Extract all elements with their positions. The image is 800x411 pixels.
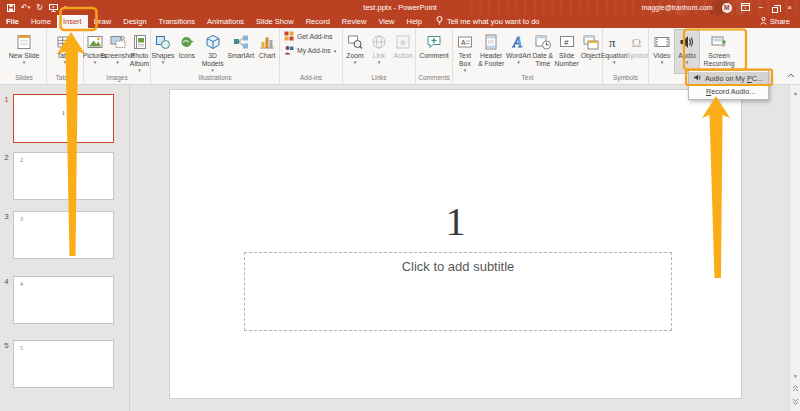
subtitle-placeholder-box[interactable]: Click to add subtitle [244,252,672,331]
tab-slide-show[interactable]: Slide Show [250,15,300,28]
menu-item-record-audio[interactable]: Record Audio... [689,85,768,98]
next-slide-button[interactable] [790,396,800,407]
slide-number-label: 4 [0,276,13,324]
group-name-images: Images [84,73,150,84]
ribbon-display-options-icon[interactable] [741,3,750,13]
tab-animations[interactable]: Animations [201,15,250,28]
slide-thumbnail-3[interactable]: 3 [13,211,114,259]
slide-thumbnail-4[interactable]: 4 [13,276,114,324]
save-icon[interactable] [7,4,15,12]
account-email[interactable]: maggie@tranhom.com [642,4,713,11]
ribbon-group-illustrations: Shapes Icons 3D Models SmartArt [151,28,280,84]
object-icon [582,32,600,52]
previous-slide-button[interactable] [790,383,800,394]
tab-design[interactable]: Design [117,15,152,28]
zoom-icon [346,32,364,52]
chevron-down-icon: ▾ [334,48,337,54]
smartart-label: SmartArt [227,52,254,60]
icons-button[interactable]: Icons [175,30,199,73]
vertical-scrollbar[interactable]: ▲ ▼ [789,85,800,411]
wordart-button[interactable]: A WordArt [506,30,532,73]
ribbon-tab-bar: File Home Insert Draw Design Transitions… [0,15,800,28]
slide-canvas[interactable]: 1 Click to add subtitle [170,90,741,398]
new-slide-button[interactable]: New Slide [4,30,44,73]
close-button[interactable]: × [787,4,792,12]
symbol-button: Ω Symbol [626,30,649,73]
customize-qat-icon[interactable]: ▾ [64,5,67,10]
link-button: Link [367,30,391,73]
photo-album-button[interactable]: Photo Album [129,30,150,73]
collapse-ribbon-icon[interactable] [786,70,796,80]
header-footer-button[interactable]: Header & Footer [477,30,506,73]
minimize-button[interactable]: − [759,4,764,12]
shapes-label: Shapes [151,52,174,60]
undo-icon[interactable]: ↶▾ [21,4,30,12]
share-label: Share [770,17,790,26]
chart-button[interactable]: Chart [255,30,279,73]
group-name-addins: Add-ins [280,73,342,84]
text-box-icon: A [456,32,474,52]
table-icon [56,32,74,52]
screenshot-button[interactable]: Screenshot [106,30,129,73]
restore-icon [772,7,778,13]
equation-button[interactable]: π Equation [603,30,626,73]
my-addins-icon [284,45,294,56]
tab-file[interactable]: File [0,15,25,28]
symbol-label: Symbol [626,52,649,60]
scroll-up-icon[interactable]: ▲ [790,87,800,98]
ribbon-group-links: Zoom Link Action Links [343,28,416,84]
svg-text:A: A [512,35,522,50]
tab-draw[interactable]: Draw [88,15,118,28]
wordart-label: WordArt [506,52,531,60]
tab-home[interactable]: Home [25,15,57,28]
header-footer-icon [482,32,500,52]
svg-text:A: A [461,39,466,46]
thumbnail-title-text: 5 [20,345,23,351]
smartart-button[interactable]: SmartArt [226,30,255,73]
title-bar: ↶▾ ↻ ▾ test.pptx - PowerPoint maggie@tra… [0,0,800,15]
zoom-button[interactable]: Zoom [343,30,367,73]
date-time-button[interactable]: Date & Time [531,30,554,73]
screen-recording-button[interactable]: Screen Recording [699,30,739,73]
get-addins-button[interactable]: Get Add-ins [284,31,338,42]
tab-help[interactable]: Help [401,15,428,28]
share-button[interactable]: Share [760,15,800,28]
thumbnail-title-text: 4 [20,281,23,287]
video-button[interactable]: Video [649,30,675,73]
shapes-button[interactable]: Shapes [151,30,175,73]
redo-icon[interactable]: ↻ [36,4,43,12]
start-slideshow-icon[interactable] [49,4,58,12]
tab-record[interactable]: Record [300,15,336,28]
slide-thumbnail-2[interactable]: 2 [13,152,114,200]
get-addins-label: Get Add-ins [297,33,333,40]
slide-number-button[interactable]: # Slide Number [554,30,579,73]
audio-button[interactable]: Audio [675,30,699,73]
tab-view[interactable]: View [372,15,400,28]
slide-thumbnail-1[interactable]: 1 [13,94,114,143]
svg-text:Ω: Ω [632,35,642,50]
my-addins-button[interactable]: My Add-ins ▾ [284,45,338,56]
slide-number-label: 1 [0,94,13,143]
restore-button[interactable] [772,0,778,15]
3d-models-icon [204,32,222,52]
tab-insert[interactable]: Insert [57,15,88,28]
avatar[interactable]: M [722,3,732,13]
tab-review[interactable]: Review [336,15,373,28]
icons-label: Icons [179,52,195,60]
3d-models-label: 3D Models [199,52,227,68]
group-name-slides: Slides [2,73,46,84]
3d-models-button[interactable]: 3D Models [199,30,227,73]
group-name-tables: Tables [47,73,83,84]
text-box-button[interactable]: A Text Box [453,30,477,73]
comment-button[interactable]: Comment [417,30,451,73]
scroll-down-icon[interactable]: ▼ [790,370,800,381]
object-button[interactable]: Object [579,30,602,73]
tell-me-box[interactable]: Tell me what you want to do [428,15,540,28]
menu-item-audio-on-my-pc[interactable]: Audio on My PC... [689,72,768,85]
slide-thumbnail-5[interactable]: 5 [13,340,114,388]
table-label: Table [57,52,73,60]
table-button[interactable]: Table [49,30,81,73]
slide-number-icon: # [558,32,576,52]
slide-number-label: Slide Number [554,52,579,68]
tab-transitions[interactable]: Transitions [153,15,201,28]
